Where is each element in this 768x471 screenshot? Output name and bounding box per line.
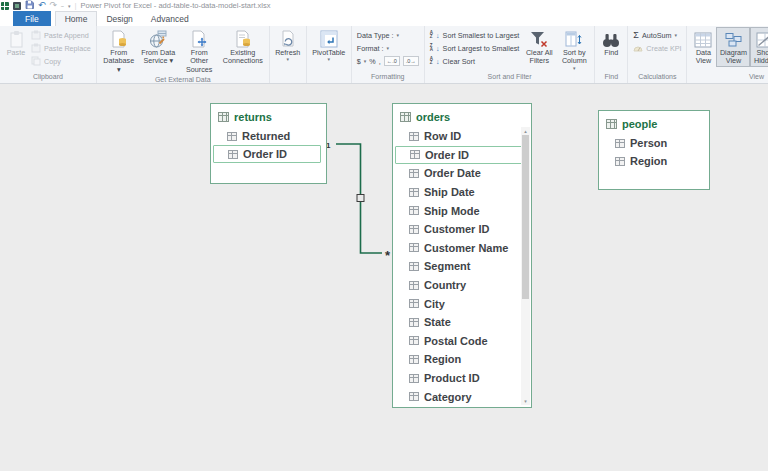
field-row[interactable]: Ship Mode	[393, 201, 531, 220]
from-database-icon	[110, 29, 128, 48]
format-dropdown[interactable]: Format : ▾	[355, 42, 421, 54]
scrollbar-down-icon[interactable]: ▾	[521, 397, 530, 405]
field-row[interactable]: Customer Name	[393, 239, 531, 258]
data-view-button[interactable]: Data View	[690, 27, 716, 67]
from-other-sources-icon	[190, 29, 208, 48]
field-row[interactable]: Person	[599, 134, 709, 152]
pivottable-icon	[320, 29, 338, 48]
autosum-button[interactable]: Σ AutoSum ▾	[631, 29, 683, 41]
field-label: Country	[424, 279, 466, 291]
copy-icon	[31, 56, 41, 66]
existing-connections-button[interactable]: Existing Connections	[220, 27, 266, 67]
orders-table-header[interactable]: orders	[393, 104, 531, 127]
people-table-header[interactable]: people	[599, 111, 709, 134]
tab-home[interactable]: Home	[55, 11, 98, 26]
increase-decimal-button[interactable]: ←.0	[384, 56, 400, 66]
clear-sort-button[interactable]: AZ ↓ Clear Sort	[428, 55, 521, 67]
clear-sort-icon: AZ	[430, 57, 433, 66]
table-card-people[interactable]: people Person Region	[598, 110, 710, 190]
data-view-label: Data View	[693, 49, 713, 66]
field-row-returned[interactable]: Returned	[211, 127, 326, 145]
column-icon	[227, 132, 237, 141]
field-row[interactable]: City	[393, 294, 531, 313]
column-icon	[409, 206, 419, 215]
undo-icon[interactable]: ↶	[38, 1, 46, 10]
data-type-dropdown[interactable]: Data Type : ▾	[355, 29, 421, 41]
show-hidden-button[interactable]: Show Hidden	[750, 27, 768, 67]
pivottable-button[interactable]: PivotTable ▾	[310, 27, 348, 63]
paste-button[interactable]: Paste	[3, 27, 29, 58]
field-label: Order ID	[425, 149, 469, 161]
field-row-order-id-selected[interactable]: Order ID	[395, 146, 522, 165]
scrollbar-thumb[interactable]	[522, 135, 529, 299]
redo-icon[interactable]: ↷	[50, 1, 58, 10]
copy-button[interactable]: Copy	[29, 55, 93, 67]
column-icon	[409, 336, 419, 345]
from-other-sources-button[interactable]: From Other Sources	[179, 27, 220, 75]
column-icon	[228, 150, 238, 159]
tab-advanced[interactable]: Advanced	[142, 11, 198, 26]
column-icon	[409, 188, 419, 197]
field-label: Order Date	[424, 167, 481, 179]
sort-ascending-button[interactable]: AZ ↓ Sort Smallest to Largest	[428, 29, 521, 41]
from-database-button[interactable]: From Database ▾	[100, 27, 138, 75]
scrollbar-up-icon[interactable]: ▴	[521, 127, 530, 135]
field-row[interactable]: State	[393, 313, 531, 332]
field-row[interactable]: Region	[393, 350, 531, 369]
tab-file[interactable]: File	[13, 11, 51, 26]
field-row-order-id-selected[interactable]: Order ID	[213, 145, 321, 163]
find-button[interactable]: Find	[598, 27, 624, 58]
create-kpi-button[interactable]: Create KPI	[631, 42, 683, 54]
ribbon-group-calculations: Σ AutoSum ▾ Create KPI Calculations	[628, 26, 687, 83]
field-row[interactable]: Category	[393, 387, 531, 406]
from-other-sources-label: From Other Sources	[182, 49, 217, 74]
clipboard-group-label: Clipboard	[3, 72, 93, 83]
column-icon	[409, 281, 419, 290]
view-group-label: View	[690, 72, 768, 83]
field-row[interactable]: Order Date	[393, 164, 531, 183]
table-card-orders[interactable]: orders Row ID Order ID Order Date Ship D…	[392, 103, 532, 408]
sort-by-column-button[interactable]: Sort by Column ▾	[557, 27, 591, 72]
currency-caret-icon[interactable]: ▾	[364, 59, 367, 64]
field-label: Product ID	[424, 372, 480, 384]
diagram-view-button[interactable]: Diagram View	[716, 27, 750, 67]
save-icon[interactable]	[25, 0, 34, 11]
qat-customize-caret-icon[interactable]: ▾	[68, 3, 71, 9]
field-row[interactable]: Product ID	[393, 369, 531, 388]
clear-all-filters-button[interactable]: Clear All Filters	[521, 27, 557, 67]
field-label: Category	[424, 391, 472, 403]
field-label: State	[424, 316, 451, 328]
field-row[interactable]: Region	[599, 152, 709, 170]
field-row[interactable]: Ship Date	[393, 183, 531, 202]
ribbon-group-sort-filter: AZ ↓ Sort Smallest to Largest ZA ↓ Sort …	[425, 26, 595, 83]
clear-sort-arrow-icon: ↓	[436, 58, 440, 65]
sort-descending-button[interactable]: ZA ↓ Sort Largest to Smallest	[428, 42, 521, 54]
clear-all-filters-label: Clear All Filters	[524, 49, 554, 66]
tab-design[interactable]: Design	[97, 11, 141, 26]
field-label: Ship Mode	[424, 205, 480, 217]
refresh-dropdown-caret-icon: ▾	[286, 57, 289, 62]
decrease-decimal-button[interactable]: .0→	[403, 56, 419, 66]
from-data-service-icon	[149, 29, 167, 48]
paste-append-button[interactable]: Paste Append	[29, 29, 93, 41]
field-row[interactable]: Country	[393, 276, 531, 295]
field-row[interactable]: Row ID	[393, 127, 531, 146]
orders-scrollbar[interactable]: ▴ ▾	[521, 127, 530, 405]
field-row[interactable]: Customer ID	[393, 220, 531, 239]
comma-format-button[interactable]: ,	[379, 57, 381, 66]
column-icon	[409, 169, 419, 178]
ribbon-group-formatting: Data Type : ▾ Format : ▾ $ ▾ % , ←.0 .0→…	[352, 26, 425, 83]
field-row[interactable]: Segment	[393, 257, 531, 276]
field-label: Row ID	[424, 130, 461, 142]
table-card-returns[interactable]: returns Returned Order ID	[210, 103, 327, 184]
from-data-service-button[interactable]: From Data Service ▾	[138, 27, 179, 67]
returns-table-header[interactable]: returns	[211, 104, 326, 127]
field-row[interactable]: Postal Code	[393, 332, 531, 351]
percent-format-button[interactable]: %	[369, 57, 375, 66]
paste-replace-label: Paste Replace	[44, 44, 91, 53]
refresh-button[interactable]: Refresh ▾	[273, 27, 303, 63]
diagram-canvas[interactable]: 1 * returns Returned Order ID orders Row…	[0, 84, 768, 471]
powerpivot-window-icon[interactable]	[13, 2, 21, 10]
currency-format-button[interactable]: $	[357, 57, 361, 66]
paste-replace-button[interactable]: Paste Replace	[29, 42, 93, 54]
